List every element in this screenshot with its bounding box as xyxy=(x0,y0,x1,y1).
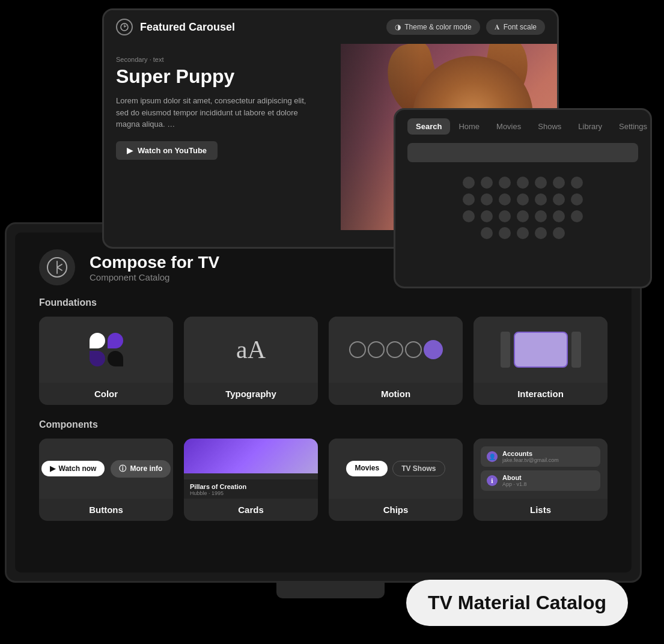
key-dot[interactable] xyxy=(571,193,583,205)
components-label: Components xyxy=(15,419,632,439)
search-keyboard xyxy=(395,171,650,245)
watch-now-label: Watch now xyxy=(59,464,97,473)
search-nav-search[interactable]: Search xyxy=(407,118,450,135)
keyboard-row-3 xyxy=(463,210,583,222)
key-dot[interactable] xyxy=(553,227,565,239)
carousel-logo-icon xyxy=(116,19,133,35)
about-title: About xyxy=(502,474,527,481)
color-leaf-dark-purple xyxy=(90,351,105,366)
ring-2 xyxy=(368,341,385,358)
search-navigation: Search Home Movies Shows Library Setting… xyxy=(395,110,650,141)
color-leaf-black xyxy=(108,351,123,366)
key-dot[interactable] xyxy=(463,177,475,189)
search-nav-movies[interactable]: Movies xyxy=(488,118,529,135)
interact-side-left xyxy=(501,332,510,368)
keyboard-row-4 xyxy=(481,227,565,239)
motion-label: Motion xyxy=(381,383,410,405)
key-dot[interactable] xyxy=(481,210,493,222)
foundations-grid: Color aA Typography xyxy=(15,317,632,419)
app-subtitle: Component Catalog xyxy=(90,272,219,282)
buttons-label: Buttons xyxy=(89,499,123,521)
carousel-header: Featured Carousel ◑ Theme & color mode 𝐀… xyxy=(104,10,557,44)
key-dot[interactable] xyxy=(481,193,493,205)
key-dot[interactable] xyxy=(463,210,475,222)
motion-icon xyxy=(349,340,443,359)
component-card-chips[interactable]: Movies TV Shows Chips xyxy=(329,439,463,521)
key-dot[interactable] xyxy=(535,227,547,239)
key-dot[interactable] xyxy=(499,227,511,239)
buttons-preview: ▶ Watch now ⓘ More info xyxy=(39,439,173,499)
typography-icon: aA xyxy=(236,335,266,364)
search-nav-home[interactable]: Home xyxy=(450,118,488,135)
component-card-buttons[interactable]: ▶ Watch now ⓘ More info Buttons xyxy=(39,439,173,521)
font-icon: 𝐀 xyxy=(495,23,500,31)
search-input[interactable] xyxy=(407,143,638,162)
typography-preview: aA xyxy=(184,317,318,383)
key-dot[interactable] xyxy=(481,177,493,189)
key-dot[interactable] xyxy=(517,210,529,222)
carousel-description: Lorem ipsum dolor sit amet, consectetur … xyxy=(116,95,320,130)
search-nav-library[interactable]: Library xyxy=(570,118,611,135)
key-dot[interactable] xyxy=(517,227,529,239)
catalog-badge: TV Material Catalog xyxy=(406,580,628,626)
key-dot[interactable] xyxy=(535,210,547,222)
about-text: About App · v1.8 xyxy=(502,474,527,487)
color-icon xyxy=(90,333,123,366)
font-button-label: Font scale xyxy=(504,23,537,31)
key-dot[interactable] xyxy=(571,177,583,189)
catalog-badge-text: TV Material Catalog xyxy=(428,592,606,613)
lists-label: Lists xyxy=(530,499,551,521)
play-icon-small: ▶ xyxy=(50,464,55,473)
carousel-hero-title: Super Puppy xyxy=(116,65,320,88)
about-icon: ℹ xyxy=(487,475,498,486)
foundation-card-typography[interactable]: aA Typography xyxy=(184,317,318,405)
key-dot[interactable] xyxy=(517,177,529,189)
carousel-title-row: Featured Carousel xyxy=(116,19,235,35)
interaction-icon xyxy=(501,332,581,368)
search-nav-settings[interactable]: Settings xyxy=(611,118,652,135)
list-preview-group: 👤 Accounts jake.fear.tv@gmail.com ℹ Abou… xyxy=(474,442,608,496)
key-dot[interactable] xyxy=(499,210,511,222)
card-title-preview: Pillars of Creation xyxy=(190,483,312,490)
key-dot[interactable] xyxy=(499,193,511,205)
keyboard-row-1 xyxy=(463,177,583,189)
color-label: Color xyxy=(94,383,118,405)
foundation-card-color[interactable]: Color xyxy=(39,317,173,405)
foundations-label: Foundations xyxy=(15,297,632,317)
key-dot[interactable] xyxy=(535,193,547,205)
accounts-title: Accounts xyxy=(502,450,559,457)
interact-main xyxy=(514,332,568,368)
search-nav-shows[interactable]: Shows xyxy=(529,118,570,135)
cards-preview: Pillars of Creation Hubble · 1995 xyxy=(184,439,318,499)
accounts-icon: 👤 xyxy=(487,451,498,462)
key-dot[interactable] xyxy=(535,177,547,189)
theme-icon: ◑ xyxy=(395,23,401,31)
key-dot[interactable] xyxy=(499,177,511,189)
interaction-preview xyxy=(474,317,608,383)
component-card-lists[interactable]: 👤 Accounts jake.fear.tv@gmail.com ℹ Abou… xyxy=(474,439,608,521)
ring-3 xyxy=(386,341,403,358)
theme-color-button[interactable]: ◑ Theme & color mode xyxy=(386,19,480,35)
key-dot[interactable] xyxy=(481,227,493,239)
play-icon: ▶ xyxy=(127,146,133,155)
foundation-card-motion[interactable]: Motion xyxy=(329,317,463,405)
component-card-cards[interactable]: Pillars of Creation Hubble · 1995 Cards xyxy=(184,439,318,521)
key-dot[interactable] xyxy=(517,193,529,205)
font-scale-button[interactable]: 𝐀 Font scale xyxy=(486,19,545,35)
watch-on-youtube-button[interactable]: ▶ Watch on YouTube xyxy=(116,141,218,160)
foundation-card-interaction[interactable]: Interaction xyxy=(474,317,608,405)
watch-label: Watch on YouTube xyxy=(138,146,207,155)
key-dot[interactable] xyxy=(553,210,565,222)
carousel-buttons: ◑ Theme & color mode 𝐀 Font scale xyxy=(386,19,545,35)
typography-label: Typography xyxy=(225,383,276,405)
key-dot[interactable] xyxy=(571,210,583,222)
key-dot[interactable] xyxy=(553,177,565,189)
key-dot[interactable] xyxy=(553,193,565,205)
color-leaf-white xyxy=(90,333,105,348)
list-row-accounts: 👤 Accounts jake.fear.tv@gmail.com xyxy=(481,446,600,467)
list-row-about: ℹ About App · v1.8 xyxy=(481,470,600,491)
color-leaf-purple xyxy=(108,333,123,348)
key-dot[interactable] xyxy=(463,193,475,205)
card-image-preview xyxy=(184,439,318,473)
cards-label: Cards xyxy=(238,499,264,521)
